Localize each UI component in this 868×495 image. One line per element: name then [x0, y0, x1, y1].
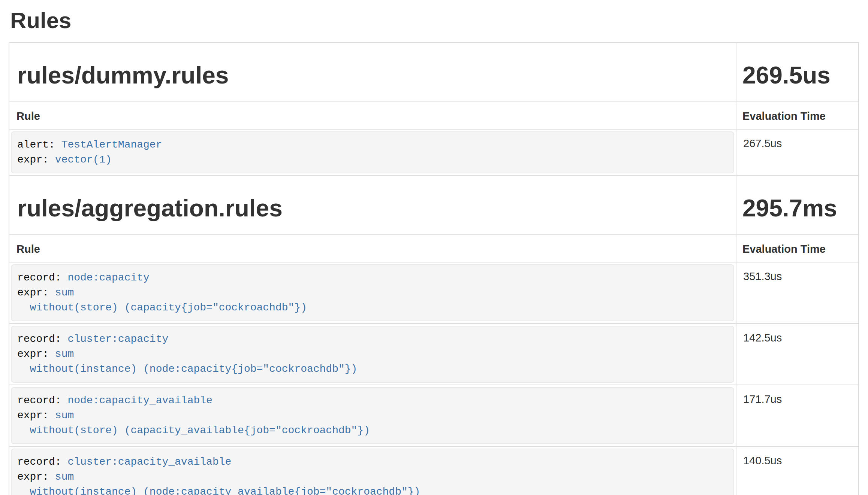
rule-cell: alert: TestAlertManager expr: vector(1) [9, 129, 736, 176]
column-header-row: RuleEvaluation Time [9, 102, 859, 129]
column-header-rule: Rule [9, 235, 736, 262]
rule-group-evaluation-time: 295.7ms [736, 176, 859, 235]
rule-evaluation-time: 140.5us [736, 446, 859, 495]
rule-link[interactable]: without(store) (capacity_available{job="… [30, 425, 370, 436]
code-key: record: [17, 456, 67, 468]
rule-definition: alert: TestAlertManager expr: vector(1) [11, 131, 734, 173]
rule-cell: record: node:capacity expr: sum without(… [9, 262, 736, 324]
code-key [17, 486, 30, 495]
rule-evaluation-time: 171.7us [736, 385, 859, 446]
code-key: record: [17, 272, 67, 283]
rule-row: record: cluster:capacity expr: sum witho… [9, 324, 859, 385]
page: Rules rules/dummy.rules269.5usRuleEvalua… [0, 7, 868, 495]
rule-cell: record: cluster:capacity expr: sum witho… [9, 324, 736, 385]
code-key: expr: [17, 287, 55, 298]
rule-link[interactable]: without(store) (capacity{job="cockroachd… [30, 302, 307, 313]
rule-definition: record: node:capacity expr: sum without(… [11, 264, 734, 321]
rule-link[interactable]: without(instance) (node:capacity{job="co… [30, 363, 358, 375]
rule-row: record: cluster:capacity_available expr:… [9, 446, 859, 495]
column-header-row: RuleEvaluation Time [9, 235, 859, 262]
rule-group-evaluation-time: 269.5us [736, 43, 859, 102]
column-header-evaluation-time: Evaluation Time [736, 102, 859, 129]
rule-link[interactable]: without(instance) (node:capacity_availab… [30, 486, 421, 495]
rule-link[interactable]: cluster:capacity_available [67, 456, 231, 468]
rule-group-file: rules/aggregation.rules [9, 176, 736, 235]
rule-row: alert: TestAlertManager expr: vector(1)2… [9, 129, 859, 176]
group-header-row: rules/dummy.rules269.5us [9, 43, 859, 102]
code-key: expr: [17, 410, 55, 421]
rule-link[interactable]: sum [55, 410, 74, 421]
rule-evaluation-time: 267.5us [736, 129, 859, 176]
page-title: Rules [10, 7, 868, 34]
rule-row: record: node:capacity_available expr: su… [9, 385, 859, 446]
code-key [17, 302, 30, 313]
rule-link[interactable]: cluster:capacity [67, 333, 168, 345]
rule-definition: record: cluster:capacity expr: sum witho… [11, 326, 734, 383]
code-key: alert: [17, 139, 61, 151]
group-header-row: rules/aggregation.rules295.7ms [9, 176, 859, 235]
rule-row: record: node:capacity expr: sum without(… [9, 262, 859, 324]
rule-evaluation-time: 351.3us [736, 262, 859, 324]
column-header-rule: Rule [9, 102, 736, 129]
rule-link[interactable]: sum [55, 471, 74, 483]
code-key [17, 363, 30, 375]
code-key: record: [17, 333, 67, 345]
rule-evaluation-time: 142.5us [736, 324, 859, 385]
code-key [17, 425, 30, 436]
rule-definition: record: cluster:capacity_available expr:… [11, 449, 734, 495]
code-key: record: [17, 395, 67, 406]
rule-group-file: rules/dummy.rules [9, 43, 736, 102]
rule-link[interactable]: vector(1) [55, 154, 112, 165]
rule-cell: record: cluster:capacity_available expr:… [9, 446, 736, 495]
rule-link[interactable]: sum [55, 348, 74, 360]
rule-definition: record: node:capacity_available expr: su… [11, 387, 734, 444]
rule-link[interactable]: node:capacity_available [67, 395, 212, 406]
column-header-evaluation-time: Evaluation Time [736, 235, 859, 262]
code-key: expr: [17, 348, 55, 360]
code-key: expr: [17, 471, 55, 483]
rules-table: rules/dummy.rules269.5usRuleEvaluation T… [9, 42, 859, 495]
rule-link[interactable]: node:capacity [67, 272, 149, 283]
rule-link[interactable]: TestAlertManager [61, 139, 162, 151]
rule-link[interactable]: sum [55, 287, 74, 298]
rule-cell: record: node:capacity_available expr: su… [9, 385, 736, 446]
code-key: expr: [17, 154, 55, 165]
